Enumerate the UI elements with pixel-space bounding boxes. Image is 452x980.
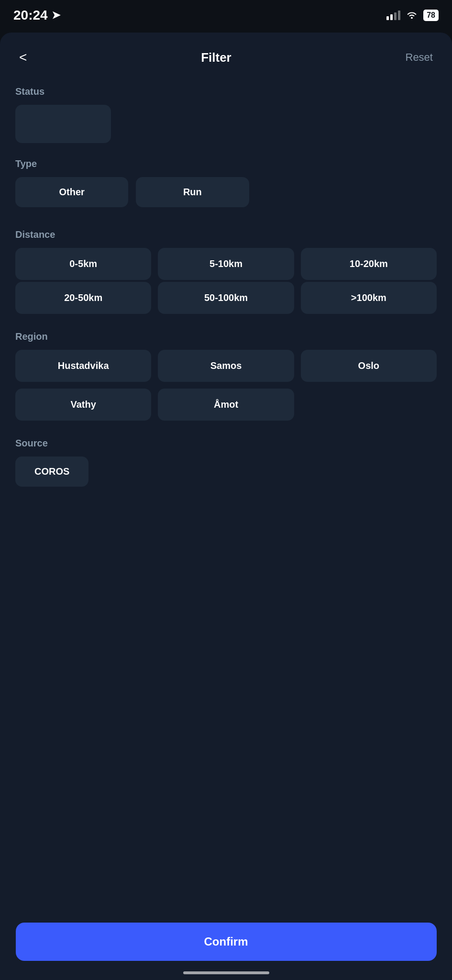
region-section: Region Hustadvika Samos Oslo Vathy Åmot (0, 323, 452, 430)
battery-icon: 78 (423, 10, 439, 21)
type-other-button[interactable]: Other (15, 177, 128, 207)
page-title: Filter (201, 50, 232, 65)
distance-50-100km[interactable]: 50-100km (158, 282, 294, 314)
status-placeholder (15, 105, 111, 143)
distance-grid-row2: 20-50km 50-100km >100km (15, 282, 437, 314)
battery-level: 78 (427, 11, 435, 20)
confirm-container: Confirm (16, 923, 437, 961)
header: < Filter Reset (0, 33, 452, 78)
type-label: Type (15, 158, 437, 169)
source-coros-button[interactable]: COROS (15, 457, 88, 487)
distance-grid-row1: 0-5km 5-10km 10-20km (15, 248, 437, 280)
time-display: 20:24 (13, 8, 48, 23)
location-icon: ➤ (52, 9, 60, 22)
reset-button[interactable]: Reset (402, 47, 437, 67)
status-label: Status (15, 86, 437, 97)
source-buttons-row: COROS (15, 457, 437, 487)
status-right: 78 (386, 10, 439, 21)
confirm-button[interactable]: Confirm (16, 923, 437, 961)
source-label: Source (15, 438, 437, 449)
region-hustadvika[interactable]: Hustadvika (15, 350, 151, 382)
distance-10-20km[interactable]: 10-20km (301, 248, 437, 280)
distance-over-100km[interactable]: >100km (301, 282, 437, 314)
status-section: Status (0, 78, 452, 151)
wifi-icon (406, 10, 418, 21)
region-vathy[interactable]: Vathy (15, 389, 151, 421)
region-amot[interactable]: Åmot (158, 389, 294, 421)
distance-20-50km[interactable]: 20-50km (15, 282, 151, 314)
source-section: Source COROS (0, 430, 452, 494)
distance-section: Distance 0-5km 5-10km 10-20km 20-50km 50… (0, 222, 452, 323)
region-grid-row1: Hustadvika Samos Oslo (15, 350, 437, 382)
status-time: 20:24 ➤ (13, 8, 60, 23)
region-label: Region (15, 331, 437, 342)
region-samos[interactable]: Samos (158, 350, 294, 382)
back-button[interactable]: < (15, 46, 31, 69)
main-content: < Filter Reset Status Type Other Run Dis… (0, 33, 452, 980)
type-buttons-row: Other Run (15, 177, 437, 207)
signal-icon (386, 11, 400, 20)
type-section: Type Other Run (0, 151, 452, 222)
type-run-button[interactable]: Run (136, 177, 249, 207)
status-bar: 20:24 ➤ 78 (0, 0, 452, 29)
distance-label: Distance (15, 229, 437, 240)
region-grid-row2: Vathy Åmot (15, 389, 437, 421)
distance-0-5km[interactable]: 0-5km (15, 248, 151, 280)
home-indicator (183, 971, 269, 974)
distance-5-10km[interactable]: 5-10km (158, 248, 294, 280)
region-oslo[interactable]: Oslo (301, 350, 437, 382)
